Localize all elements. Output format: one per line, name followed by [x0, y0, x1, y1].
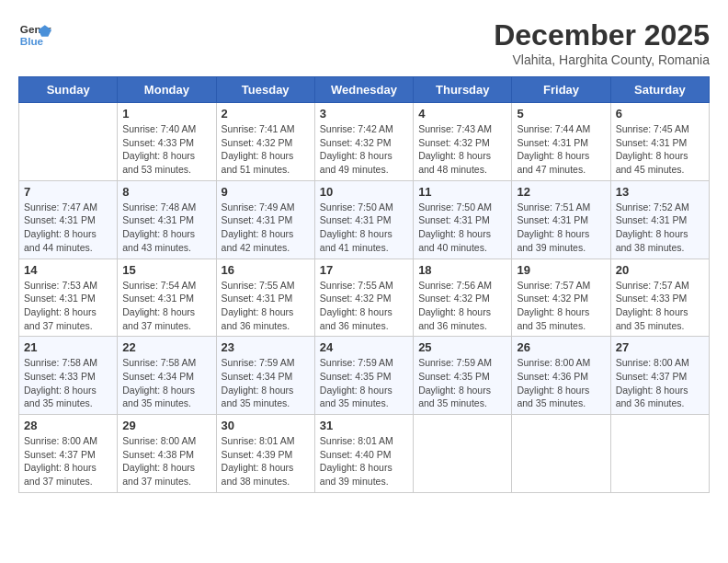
- day-info: Sunrise: 8:00 AM Sunset: 4:36 PM Dayligh…: [517, 356, 605, 410]
- day-cell: [610, 415, 709, 493]
- day-info: Sunrise: 7:53 AM Sunset: 4:31 PM Dayligh…: [24, 279, 112, 333]
- day-info: Sunrise: 7:57 AM Sunset: 4:33 PM Dayligh…: [616, 279, 704, 333]
- day-info: Sunrise: 8:00 AM Sunset: 4:38 PM Dayligh…: [122, 434, 210, 488]
- day-cell: 7Sunrise: 7:47 AM Sunset: 4:31 PM Daylig…: [19, 180, 118, 259]
- day-info: Sunrise: 7:51 AM Sunset: 4:31 PM Dayligh…: [517, 201, 605, 255]
- day-cell: 19Sunrise: 7:57 AM Sunset: 4:32 PM Dayli…: [512, 259, 610, 337]
- day-number: 9: [222, 185, 310, 199]
- day-cell: 2Sunrise: 7:41 AM Sunset: 4:32 PM Daylig…: [216, 103, 314, 181]
- day-info: Sunrise: 7:44 AM Sunset: 4:31 PM Dayligh…: [517, 122, 605, 177]
- day-info: Sunrise: 7:49 AM Sunset: 4:31 PM Dayligh…: [222, 201, 310, 255]
- day-info: Sunrise: 7:58 AM Sunset: 4:33 PM Dayligh…: [24, 356, 112, 410]
- day-number: 27: [616, 340, 704, 354]
- day-info: Sunrise: 8:01 AM Sunset: 4:40 PM Dayligh…: [320, 434, 408, 488]
- week-row-3: 14Sunrise: 7:53 AM Sunset: 4:31 PM Dayli…: [19, 259, 710, 337]
- day-cell: 26Sunrise: 8:00 AM Sunset: 4:36 PM Dayli…: [512, 337, 610, 415]
- day-info: Sunrise: 7:45 AM Sunset: 4:31 PM Dayligh…: [616, 122, 704, 177]
- day-info: Sunrise: 8:01 AM Sunset: 4:39 PM Dayligh…: [222, 434, 310, 488]
- day-cell: 1Sunrise: 7:40 AM Sunset: 4:33 PM Daylig…: [118, 103, 216, 181]
- day-info: Sunrise: 7:48 AM Sunset: 4:31 PM Dayligh…: [122, 201, 210, 255]
- month-title: December 2025: [494, 18, 710, 52]
- day-cell: 24Sunrise: 7:59 AM Sunset: 4:35 PM Dayli…: [314, 337, 413, 415]
- day-info: Sunrise: 7:58 AM Sunset: 4:34 PM Dayligh…: [122, 356, 210, 410]
- day-cell: 16Sunrise: 7:55 AM Sunset: 4:31 PM Dayli…: [216, 259, 314, 337]
- day-number: 12: [517, 185, 605, 199]
- day-number: 19: [517, 263, 605, 277]
- day-cell: 14Sunrise: 7:53 AM Sunset: 4:31 PM Dayli…: [19, 259, 118, 337]
- weekday-header-row: SundayMondayTuesdayWednesdayThursdayFrid…: [19, 77, 710, 103]
- day-number: 20: [616, 263, 704, 277]
- day-cell: 10Sunrise: 7:50 AM Sunset: 4:31 PM Dayli…: [314, 180, 413, 259]
- day-cell: 6Sunrise: 7:45 AM Sunset: 4:31 PM Daylig…: [610, 103, 709, 181]
- day-number: 31: [320, 419, 408, 432]
- day-cell: 22Sunrise: 7:58 AM Sunset: 4:34 PM Dayli…: [118, 337, 216, 415]
- day-number: 6: [616, 107, 704, 121]
- weekday-header-tuesday: Tuesday: [216, 77, 314, 103]
- weekday-header-wednesday: Wednesday: [314, 77, 413, 103]
- location-subtitle: Vlahita, Harghita County, Romania: [494, 52, 710, 67]
- title-block: December 2025 Vlahita, Harghita County, …: [494, 18, 710, 67]
- day-number: 7: [24, 185, 112, 199]
- day-cell: [19, 103, 118, 181]
- day-info: Sunrise: 7:40 AM Sunset: 4:33 PM Dayligh…: [122, 122, 210, 177]
- logo-icon: General Blue: [18, 18, 51, 52]
- day-number: 26: [517, 340, 605, 354]
- day-info: Sunrise: 7:59 AM Sunset: 4:35 PM Dayligh…: [320, 356, 408, 410]
- day-number: 28: [24, 419, 112, 432]
- day-cell: 8Sunrise: 7:48 AM Sunset: 4:31 PM Daylig…: [118, 180, 216, 259]
- day-cell: 27Sunrise: 8:00 AM Sunset: 4:37 PM Dayli…: [610, 337, 709, 415]
- day-number: 17: [320, 263, 408, 277]
- week-row-5: 28Sunrise: 8:00 AM Sunset: 4:37 PM Dayli…: [19, 415, 710, 493]
- day-number: 4: [418, 107, 506, 121]
- day-info: Sunrise: 7:59 AM Sunset: 4:34 PM Dayligh…: [222, 356, 310, 410]
- week-row-4: 21Sunrise: 7:58 AM Sunset: 4:33 PM Dayli…: [19, 337, 710, 415]
- day-cell: [512, 415, 610, 493]
- day-info: Sunrise: 7:56 AM Sunset: 4:32 PM Dayligh…: [418, 279, 506, 333]
- day-cell: 11Sunrise: 7:50 AM Sunset: 4:31 PM Dayli…: [414, 180, 512, 259]
- day-cell: 17Sunrise: 7:55 AM Sunset: 4:32 PM Dayli…: [314, 259, 413, 337]
- day-cell: 23Sunrise: 7:59 AM Sunset: 4:34 PM Dayli…: [216, 337, 314, 415]
- day-cell: [414, 415, 512, 493]
- day-info: Sunrise: 7:59 AM Sunset: 4:35 PM Dayligh…: [418, 356, 506, 410]
- day-info: Sunrise: 7:50 AM Sunset: 4:31 PM Dayligh…: [320, 201, 408, 255]
- day-cell: 31Sunrise: 8:01 AM Sunset: 4:40 PM Dayli…: [314, 415, 413, 493]
- calendar-table: SundayMondayTuesdayWednesdayThursdayFrid…: [18, 76, 710, 493]
- day-number: 22: [122, 340, 210, 354]
- svg-text:Blue: Blue: [20, 35, 44, 47]
- weekday-header-sunday: Sunday: [19, 77, 118, 103]
- day-number: 2: [222, 107, 310, 121]
- day-info: Sunrise: 7:41 AM Sunset: 4:32 PM Dayligh…: [222, 122, 310, 177]
- day-number: 5: [517, 107, 605, 121]
- day-number: 30: [222, 419, 310, 432]
- day-cell: 15Sunrise: 7:54 AM Sunset: 4:31 PM Dayli…: [118, 259, 216, 337]
- day-cell: 29Sunrise: 8:00 AM Sunset: 4:38 PM Dayli…: [118, 415, 216, 493]
- day-number: 29: [122, 419, 210, 432]
- day-number: 25: [418, 340, 506, 354]
- day-cell: 13Sunrise: 7:52 AM Sunset: 4:31 PM Dayli…: [610, 180, 709, 259]
- day-info: Sunrise: 7:50 AM Sunset: 4:31 PM Dayligh…: [418, 201, 506, 255]
- day-info: Sunrise: 7:57 AM Sunset: 4:32 PM Dayligh…: [517, 279, 605, 333]
- page-header: General Blue December 2025 Vlahita, Harg…: [18, 18, 710, 67]
- weekday-header-thursday: Thursday: [414, 77, 512, 103]
- day-info: Sunrise: 7:47 AM Sunset: 4:31 PM Dayligh…: [24, 201, 112, 255]
- day-info: Sunrise: 7:42 AM Sunset: 4:32 PM Dayligh…: [320, 122, 408, 177]
- day-number: 18: [418, 263, 506, 277]
- day-info: Sunrise: 7:43 AM Sunset: 4:32 PM Dayligh…: [418, 122, 506, 177]
- day-number: 3: [320, 107, 408, 121]
- day-info: Sunrise: 7:52 AM Sunset: 4:31 PM Dayligh…: [616, 201, 704, 255]
- day-cell: 9Sunrise: 7:49 AM Sunset: 4:31 PM Daylig…: [216, 180, 314, 259]
- day-cell: 4Sunrise: 7:43 AM Sunset: 4:32 PM Daylig…: [414, 103, 512, 181]
- day-number: 14: [24, 263, 112, 277]
- day-cell: 5Sunrise: 7:44 AM Sunset: 4:31 PM Daylig…: [512, 103, 610, 181]
- day-cell: 30Sunrise: 8:01 AM Sunset: 4:39 PM Dayli…: [216, 415, 314, 493]
- day-cell: 20Sunrise: 7:57 AM Sunset: 4:33 PM Dayli…: [610, 259, 709, 337]
- day-number: 13: [616, 185, 704, 199]
- logo: General Blue: [18, 18, 51, 52]
- day-number: 21: [24, 340, 112, 354]
- day-cell: 18Sunrise: 7:56 AM Sunset: 4:32 PM Dayli…: [414, 259, 512, 337]
- day-info: Sunrise: 7:55 AM Sunset: 4:32 PM Dayligh…: [320, 279, 408, 333]
- day-info: Sunrise: 7:55 AM Sunset: 4:31 PM Dayligh…: [222, 279, 310, 333]
- day-cell: 3Sunrise: 7:42 AM Sunset: 4:32 PM Daylig…: [314, 103, 413, 181]
- day-number: 11: [418, 185, 506, 199]
- week-row-2: 7Sunrise: 7:47 AM Sunset: 4:31 PM Daylig…: [19, 180, 710, 259]
